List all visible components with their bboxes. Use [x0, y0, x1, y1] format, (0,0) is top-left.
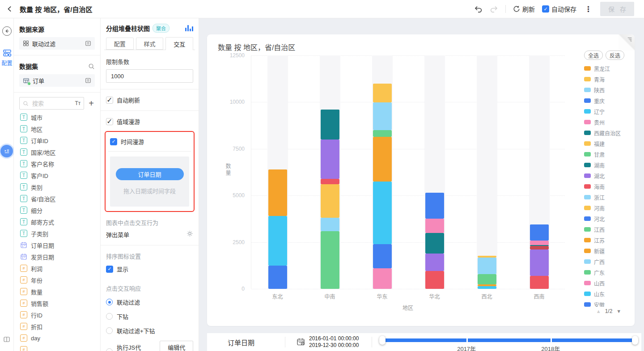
bar-segment[interactable] [530, 250, 549, 276]
legend-item-青海[interactable]: 青海 [584, 76, 633, 82]
bar-西北[interactable] [478, 256, 496, 289]
radio-unselected[interactable] [106, 313, 113, 320]
time-roam-row[interactable]: ✓ 时间漫游 [110, 137, 189, 146]
field-item-邮寄方式[interactable]: T邮寄方式 [19, 216, 95, 228]
field-item-客户ID[interactable]: T客户ID [19, 169, 95, 181]
legend-invert-button[interactable]: 反选 [606, 51, 624, 60]
field-item-折扣[interactable]: #折扣 [19, 321, 95, 332]
bar-华东[interactable] [373, 84, 392, 289]
expand-panel-button[interactable] [0, 145, 13, 157]
legend-item-海南[interactable]: 海南 [584, 183, 633, 190]
bar-segment[interactable] [425, 233, 444, 254]
response-option-下钻[interactable]: 下钻 [106, 312, 193, 321]
bar-segment[interactable] [478, 274, 496, 284]
redo-icon[interactable] [490, 5, 498, 13]
legend-item-广西[interactable]: 广西 [584, 258, 633, 265]
bar-西南[interactable] [530, 224, 549, 289]
dataset-item-orders[interactable]: ✓ 订单 [19, 74, 95, 87]
legend-item-陕西[interactable]: 陕西 [584, 87, 633, 93]
rail-item-config[interactable]: 配置 [0, 49, 14, 67]
response-option-执行JS代码[interactable]: 执行JS代码编辑代码 [106, 341, 193, 351]
time-field-dropzone[interactable]: 订单日期 拖入日期或时间字段 [110, 156, 189, 207]
linked-filter-item[interactable]: 联动过滤 [19, 37, 95, 50]
bar-segment[interactable] [321, 110, 339, 140]
autosave-checkbox[interactable]: ✓ [542, 5, 549, 13]
legend-page-down-icon[interactable]: ▼ [616, 309, 621, 314]
limit-input[interactable] [106, 69, 193, 83]
time-field-pill[interactable]: 订单日期 [116, 168, 184, 180]
bar-segment[interactable] [425, 193, 444, 219]
legend-item-甘肃[interactable]: 甘肃 [584, 151, 633, 157]
field-item-城市[interactable]: T城市 [19, 111, 95, 123]
add-field-button[interactable]: + [88, 99, 95, 108]
bar-segment[interactable] [373, 137, 392, 182]
bar-chart-icon[interactable] [185, 25, 193, 31]
value-roam-checkbox[interactable]: ✓ [106, 118, 113, 125]
more-menu-icon[interactable]: ⋮ [584, 4, 593, 14]
bar-东北[interactable] [268, 169, 287, 289]
click-behavior-value[interactable]: 弹出菜单 [106, 230, 129, 239]
legend-item-安徽[interactable]: 安徽 [584, 301, 633, 307]
collapse-back-icon[interactable] [2, 26, 12, 36]
legend-select-all-button[interactable]: 全选 [584, 51, 603, 60]
slider-handle-right[interactable] [632, 336, 638, 345]
autosave-toggle[interactable]: ✓ 自动保存 [542, 4, 576, 13]
bar-segment[interactable] [373, 102, 392, 131]
legend-item-西藏自治区[interactable]: 西藏自治区 [584, 130, 633, 136]
field-search-input[interactable] [31, 100, 72, 107]
field-search-box[interactable]: Tᴛ [19, 97, 84, 110]
field-item-国家/地区[interactable]: T国家/地区 [19, 146, 95, 158]
field-item-类别[interactable]: T类别 [19, 181, 95, 193]
gear-icon[interactable] [186, 230, 193, 239]
tab-交互[interactable]: 交互 [165, 37, 193, 50]
legend-item-浙江[interactable]: 浙江 [584, 194, 633, 200]
field-item-数量[interactable]: #数量 [19, 286, 95, 297]
slider-handle-left[interactable] [379, 336, 386, 345]
bar-segment[interactable] [321, 231, 339, 289]
radio-unselected[interactable] [106, 348, 113, 351]
bar-segment[interactable] [425, 254, 444, 271]
auto-refresh-row[interactable]: ✓ 自动刷新 [106, 96, 193, 104]
undo-icon[interactable] [474, 5, 483, 13]
card-corner-fold[interactable] [619, 34, 635, 51]
slider-track[interactable] [382, 338, 635, 342]
bar-segment[interactable] [530, 276, 549, 289]
time-range-slider[interactable]: 2017年 2018年 [382, 338, 635, 342]
bar-segment[interactable] [321, 218, 339, 231]
field-item-订单日期[interactable]: 订单日期 [19, 239, 95, 251]
field-item-行ID[interactable]: #行ID [19, 309, 95, 321]
field-item-年份[interactable]: #年份 [19, 274, 95, 286]
auto-refresh-checkbox[interactable]: ✓ [106, 97, 113, 104]
field-item-day[interactable]: #day [19, 332, 95, 344]
field-item-发货日期[interactable]: 发货日期 [19, 251, 95, 262]
bar-segment[interactable] [478, 286, 496, 289]
field-item-细分[interactable]: T细分 [19, 204, 95, 216]
bar-segment[interactable] [530, 241, 549, 245]
text-filter-icon[interactable]: Tᴛ [75, 100, 80, 106]
field-item[interactable]: # [19, 344, 95, 351]
field-item-地区[interactable]: T地区 [19, 123, 95, 135]
bar-segment[interactable] [530, 224, 549, 240]
bar-segment[interactable] [321, 140, 339, 179]
legend-item-山东[interactable]: 山东 [584, 291, 633, 297]
panel-detail-icon[interactable] [85, 40, 91, 47]
bar-segment[interactable] [373, 268, 392, 289]
legend-item-重庆[interactable]: 重庆 [584, 97, 633, 104]
sort-icon-show-row[interactable]: ✓ 显示 [106, 265, 193, 273]
bar-segment[interactable] [321, 184, 339, 218]
legend-item-河南[interactable]: 河南 [584, 205, 633, 211]
legend-item-贵州[interactable]: 贵州 [584, 119, 633, 125]
bar-segment[interactable] [373, 244, 392, 268]
legend-page-up-icon[interactable]: ▲ [596, 309, 601, 314]
tab-样式[interactable]: 样式 [136, 38, 164, 50]
legend-item-广东[interactable]: 广东 [584, 269, 633, 275]
legend-item-辽宁[interactable]: 辽宁 [584, 108, 633, 114]
bar-segment[interactable] [425, 271, 444, 289]
response-option-联动过滤[interactable]: 联动过滤 [106, 298, 193, 306]
bar-segment[interactable] [373, 130, 392, 137]
legend-item-新疆[interactable]: 新疆 [584, 248, 633, 254]
edit-code-button[interactable]: 编辑代码 [160, 341, 193, 351]
tab-配置[interactable]: 配置 [106, 38, 134, 50]
chart-card[interactable]: 数量 按 地区，省/自治区 02500500075001000012500 数量… [207, 34, 635, 326]
field-item-订单ID[interactable]: T订单ID [19, 135, 95, 146]
